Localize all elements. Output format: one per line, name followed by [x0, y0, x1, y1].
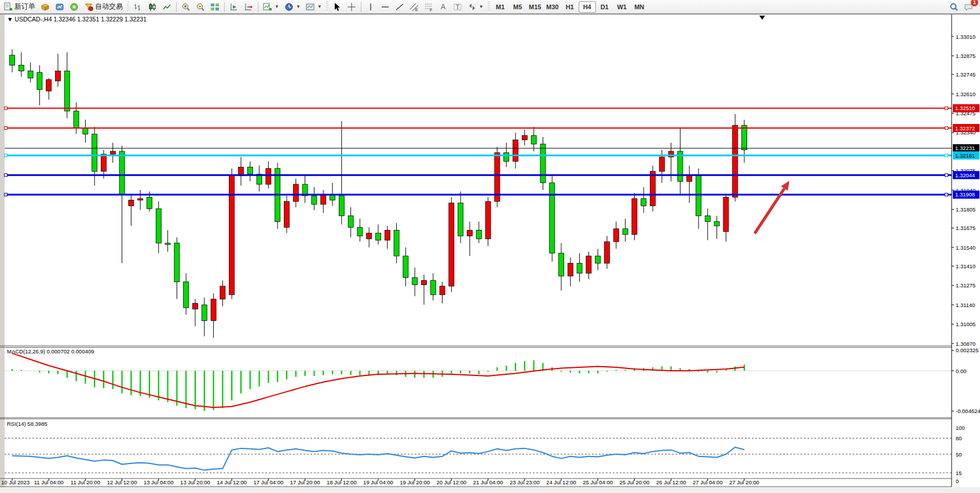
candle-up: [522, 136, 527, 140]
candle-down: [119, 151, 125, 194]
price-tick-label: 1.32610: [956, 91, 975, 97]
candle-down: [184, 282, 189, 308]
candle-down: [376, 233, 381, 240]
candle-down: [540, 144, 546, 183]
candle-up: [687, 176, 692, 181]
chart-title: ▼ USDCAD-,H4 1.32346 1.32351 1.32229 1.3…: [7, 16, 147, 23]
candle-down: [28, 71, 33, 78]
time-tick-label: 27 Jul 04:00: [693, 479, 723, 485]
candle-down: [348, 216, 353, 228]
time-tick-label: 10 Jul 2023: [1, 479, 30, 485]
candle-down: [37, 72, 42, 90]
price-axis-area: [952, 14, 980, 487]
time-tick-label: 14 Jul 12:00: [217, 479, 247, 485]
candle-down: [595, 256, 601, 263]
time-tick-label: 11 Jul 20:00: [71, 479, 100, 485]
macd-axis-label: 0.002325: [956, 347, 979, 353]
candle-up: [385, 230, 390, 240]
candle-up: [110, 151, 115, 154]
price-badge-label: 1.31908: [955, 191, 975, 198]
candle-up: [733, 126, 738, 198]
candle-up: [284, 202, 290, 228]
price-tick-label: 1.32875: [956, 53, 975, 59]
candle-down: [83, 129, 88, 134]
candle-up: [632, 199, 637, 235]
hline-handle[interactable]: [945, 193, 948, 196]
chart-canvas[interactable]: 1.330101.328751.327451.326101.324751.323…: [0, 0, 980, 493]
price-tick-label: 1.31805: [956, 206, 975, 213]
hline-handle[interactable]: [5, 154, 8, 157]
time-tick-label: 19 Jul 20:00: [400, 479, 430, 485]
price-tick-label: 1.31410: [956, 263, 975, 269]
time-tick-label: 26 Jul 12:00: [656, 479, 686, 485]
time-tick-label: 20 Jul 12:00: [437, 479, 467, 485]
candle-up: [659, 157, 664, 171]
candle-up: [467, 230, 473, 236]
time-tick-label: 18 Jul 12:00: [327, 479, 357, 485]
hline-handle[interactable]: [5, 107, 8, 109]
candle-down: [403, 256, 408, 277]
hline-handle[interactable]: [945, 154, 948, 157]
candle-down: [64, 71, 70, 111]
candle-up: [605, 242, 610, 263]
candle-up: [449, 203, 454, 286]
time-tick-label: 13 Jul 20:00: [180, 479, 210, 485]
candle-down: [247, 167, 253, 174]
candle-down: [92, 134, 97, 171]
candle-up: [513, 140, 518, 161]
rsi-axis-label: 100: [956, 425, 965, 431]
candle-up: [220, 286, 225, 299]
rsi-label: RSI(14) 58.3985: [7, 421, 47, 427]
candle-up: [101, 154, 107, 171]
candle-up: [321, 194, 326, 204]
candle-up: [193, 304, 198, 309]
price-badge-label: 1.32181: [955, 152, 975, 159]
candle-down: [147, 197, 152, 209]
candle-down: [165, 243, 170, 244]
candle-down: [550, 183, 555, 253]
price-badge-label: 1.32510: [955, 105, 975, 111]
candle-down: [559, 253, 564, 276]
time-tick-label: 23 Jul 23:00: [510, 479, 540, 485]
candle-down: [531, 136, 536, 144]
candle-down: [74, 111, 79, 129]
candle-up: [568, 263, 573, 276]
candle-down: [705, 216, 710, 222]
time-tick-label: 25 Jul 20:00: [620, 479, 650, 485]
hline-handle[interactable]: [5, 193, 8, 196]
hline-handle[interactable]: [945, 107, 948, 109]
price-tick-label: 1.31275: [956, 282, 975, 289]
candle-down: [476, 230, 481, 239]
price-tick-label: 1.33010: [956, 34, 975, 40]
rsi-axis-label: 50: [956, 451, 962, 458]
hline-handle[interactable]: [945, 174, 948, 177]
candle-down: [312, 196, 317, 204]
candle-down: [430, 280, 436, 295]
candle-down: [742, 126, 747, 150]
candle-up: [266, 169, 271, 184]
macd-axis-label: -0.004624: [956, 408, 980, 414]
time-tick-label: 12 Jul 12:00: [107, 479, 137, 485]
candle-down: [19, 65, 24, 71]
rsi-axis-label: 15: [956, 470, 962, 476]
price-tick-label: 1.31005: [956, 321, 975, 327]
candle-down: [623, 229, 628, 235]
candle-up: [211, 299, 216, 320]
time-tick-label: 11 Jul 04:00: [34, 479, 64, 485]
candle-up: [229, 176, 235, 295]
hline-handle[interactable]: [5, 127, 8, 130]
rsi-axis-label: 80: [956, 435, 962, 441]
hline-handle[interactable]: [5, 174, 8, 177]
price-tick-label: 1.31675: [956, 225, 975, 231]
time-tick-label: 21 Jul 04:00: [473, 479, 503, 485]
candle-up: [485, 202, 491, 239]
candle-up: [613, 229, 619, 242]
macd-axis-label: 0.00: [956, 368, 967, 374]
candle-down: [504, 153, 509, 162]
candle-up: [293, 184, 298, 202]
price-badge-label: 1.32372: [955, 125, 975, 132]
hline-handle[interactable]: [945, 127, 948, 130]
candle-down: [339, 196, 344, 216]
time-tick-label: 17 Jul 04:00: [254, 479, 284, 485]
time-tick-label: 19 Jul 04:00: [363, 479, 393, 485]
